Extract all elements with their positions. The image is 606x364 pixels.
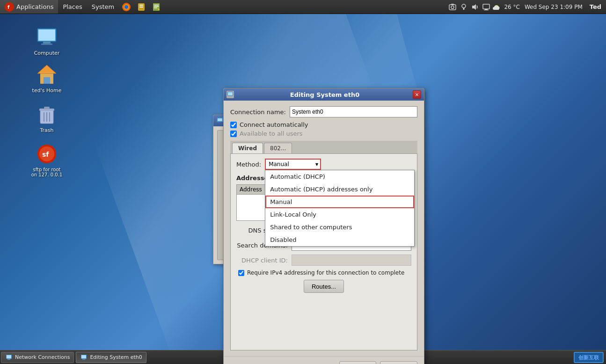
svg-rect-13 xyxy=(449,5,456,10)
dialog-content: Connection name: Connect automatically A… xyxy=(224,101,424,356)
svg-rect-53 xyxy=(82,359,85,360)
editing-dialog: Editing System eth0 ✕ Connection name: C… xyxy=(223,88,424,364)
home-icon xyxy=(36,63,58,86)
panel-right: 26 °C Wed Sep 23 1:09 PM Ted xyxy=(447,0,606,14)
places-menu[interactable]: Places xyxy=(58,0,87,14)
firefox-icon-btn[interactable] xyxy=(119,0,134,14)
keyring-tray-icon[interactable] xyxy=(459,2,469,12)
applications-label: Applications xyxy=(16,3,53,10)
svg-point-14 xyxy=(451,6,454,8)
method-label: Method: xyxy=(236,161,261,168)
method-dropdown-button[interactable]: Manual ▼ xyxy=(265,159,321,170)
dhcp-client-id-row: DHCP client ID: xyxy=(236,255,411,266)
connect-auto-row: Connect automatically xyxy=(230,121,417,128)
taskbar-item-editing[interactable]: Editing System eth0 xyxy=(76,352,146,363)
trash-desktop-icon[interactable]: Trash xyxy=(28,101,66,136)
connect-auto-checkbox[interactable] xyxy=(230,122,237,128)
dialog-icon xyxy=(227,91,234,98)
quicklaunch-icon2[interactable] xyxy=(134,0,149,14)
require-ipv4-checkbox[interactable] xyxy=(238,270,244,276)
dialog-buttons: Cancel Apply... xyxy=(224,356,424,364)
text-editor-icon xyxy=(152,2,161,12)
temperature: 26 °C xyxy=(504,4,519,10)
svg-rect-30 xyxy=(41,44,52,45)
svg-rect-50 xyxy=(7,359,10,360)
dialog-close-button[interactable]: ✕ xyxy=(413,90,421,99)
svg-rect-28 xyxy=(38,29,55,41)
dropdown-item-manual[interactable]: Manual xyxy=(265,196,414,208)
taskbar-item-network-connections[interactable]: Network Connections xyxy=(1,352,74,363)
routes-button[interactable]: Routes... xyxy=(304,280,344,293)
connect-auto-label: Connect automatically xyxy=(240,121,308,128)
available-all-label: Available to all users xyxy=(240,130,303,137)
svg-rect-37 xyxy=(44,107,50,109)
svg-rect-47 xyxy=(228,92,233,95)
tab-802[interactable]: 802... xyxy=(264,143,292,153)
method-dropdown-container: Manual ▼ Automatic (DHCP) Automatic (DHC… xyxy=(265,159,321,170)
sftp-desktop-icon[interactable]: sf sftp for root on 127. 0.0.1 xyxy=(28,140,66,180)
dropdown-item-shared[interactable]: Shared to other computers xyxy=(265,221,414,233)
svg-rect-9 xyxy=(154,5,159,6)
system-menu[interactable]: System xyxy=(87,0,119,14)
svg-rect-26 xyxy=(494,8,499,10)
svg-rect-7 xyxy=(139,7,143,7)
computer-icon xyxy=(36,26,58,48)
display-tray-icon[interactable] xyxy=(481,2,491,12)
branding-area: 创新互联 xyxy=(574,352,604,363)
volume-tray-icon[interactable] xyxy=(470,2,480,12)
branding-logo: 创新互联 xyxy=(574,352,604,363)
dropdown-item-auto-dhcp-addr[interactable]: Automatic (DHCP) addresses only xyxy=(265,183,414,196)
nc-title-icon xyxy=(216,117,224,124)
svg-rect-19 xyxy=(483,4,489,9)
desktop: f Applications Places System xyxy=(0,0,606,364)
panel-left: f Applications Places System xyxy=(0,0,164,14)
places-label: Places xyxy=(63,3,82,10)
connection-name-input[interactable] xyxy=(290,106,417,117)
display-icon xyxy=(482,3,490,11)
dropdown-arrow-icon: ▼ xyxy=(315,162,318,167)
dialog-titlebar: Editing System eth0 ✕ xyxy=(224,88,424,101)
dropdown-item-auto-dhcp[interactable]: Automatic (DHCP) xyxy=(265,170,414,183)
svg-text:f: f xyxy=(7,5,10,10)
applications-menu[interactable]: f Applications xyxy=(0,0,58,14)
method-selected-value: Manual xyxy=(269,161,289,167)
available-all-row: Available to all users xyxy=(230,130,417,137)
tab-wired[interactable]: Wired xyxy=(232,143,263,153)
sftp-icon-label: sftp for root on 127. 0.0.1 xyxy=(30,167,63,177)
svg-marker-31 xyxy=(37,65,56,73)
volume-icon xyxy=(471,3,479,11)
connection-name-row: Connection name: xyxy=(230,106,417,117)
trash-icon-label: Trash xyxy=(40,127,53,133)
dropdown-item-link-local[interactable]: Link-Local Only xyxy=(265,208,414,221)
computer-icon-img xyxy=(36,26,58,48)
keyring-icon xyxy=(460,3,468,11)
cancel-button[interactable]: Cancel xyxy=(339,361,376,364)
screenshot-tray-icon[interactable] xyxy=(447,2,458,12)
camera-icon xyxy=(448,3,457,11)
require-ipv4-row: Require IPv4 addressing for this connect… xyxy=(236,269,411,276)
computer-desktop-icon[interactable]: Computer xyxy=(28,23,66,58)
taskbar-edit-label: Editing System eth0 xyxy=(90,354,142,360)
dropdown-item-disabled[interactable]: Disabled xyxy=(265,233,414,246)
home-icon-label: ted's Home xyxy=(32,87,62,94)
dhcp-client-id-input[interactable] xyxy=(292,255,411,266)
username-display: Ted xyxy=(587,3,604,10)
method-dropdown-menu: Automatic (DHCP) Automatic (DHCP) addres… xyxy=(265,170,415,247)
sftp-icon: sf xyxy=(36,143,58,165)
weather-icon xyxy=(492,3,503,11)
apply-button[interactable]: Apply... xyxy=(380,361,417,364)
require-ipv4-label: Require IPv4 addressing for this connect… xyxy=(247,269,404,276)
available-all-checkbox[interactable] xyxy=(230,131,237,137)
taskbar-edit-computer-icon xyxy=(80,354,87,361)
quicklaunch-icon3[interactable] xyxy=(149,0,164,14)
teds-home-desktop-icon[interactable]: ted's Home xyxy=(28,61,66,96)
taskbar-nc-label: Network Connections xyxy=(15,354,70,360)
computer-icon-label: Computer xyxy=(34,50,60,56)
svg-point-4 xyxy=(124,5,128,9)
svg-rect-11 xyxy=(154,7,157,8)
sftp-icon-img: sf xyxy=(36,143,58,165)
system-label: System xyxy=(92,3,114,10)
svg-rect-10 xyxy=(154,6,159,7)
dhcp-client-id-label: DHCP client ID: xyxy=(236,257,288,264)
tab-content-wired: Method: Manual ▼ Automatic (DHCP) Automa… xyxy=(230,154,417,350)
